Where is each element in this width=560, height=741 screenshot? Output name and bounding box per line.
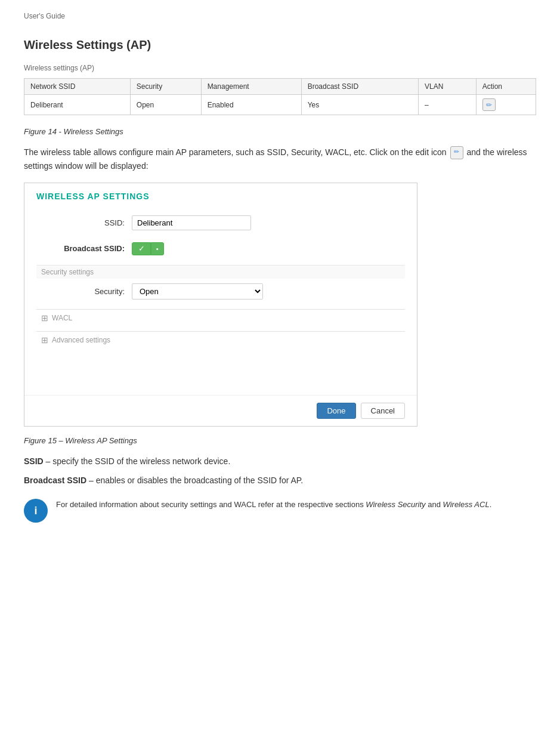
broadcast-ssid-description: Broadcast SSID – enables or disables the… bbox=[24, 474, 536, 487]
broadcast-ssid-desc-text: enables or disables the broadcasting of … bbox=[96, 476, 304, 485]
body-text-1a: The wireless table allows configure main… bbox=[24, 147, 449, 157]
wireless-security-link[interactable]: Wireless Security bbox=[366, 500, 425, 509]
cell-management: Enabled bbox=[201, 95, 301, 115]
wacl-section[interactable]: ⊞ WACL bbox=[36, 309, 405, 326]
col-vlan: VLAN bbox=[419, 79, 477, 95]
dialog-footer: Done Cancel bbox=[24, 395, 417, 426]
inline-edit-icon: ✏ bbox=[450, 146, 463, 159]
col-management: Management bbox=[201, 79, 301, 95]
users-guide-label: User's Guide bbox=[24, 12, 536, 20]
dialog-header: WIRELESS AP SETTINGS bbox=[24, 183, 417, 207]
page-title: Wireless Settings (AP) bbox=[24, 38, 536, 52]
wireless-settings-table: Network SSID Security Management Broadca… bbox=[24, 78, 536, 115]
info-note: i For detailed information about securit… bbox=[24, 499, 536, 523]
security-label: Security: bbox=[36, 287, 132, 296]
figure14-caption: Figure 14 - Wireless Settings bbox=[24, 127, 536, 136]
info-text-before: For detailed information about security … bbox=[56, 500, 366, 509]
cell-action[interactable]: ✏ bbox=[476, 95, 536, 115]
cell-security: Open bbox=[130, 95, 201, 115]
info-note-text: For detailed information about security … bbox=[56, 499, 491, 511]
table-row: Deliberant Open Enabled Yes – ✏ bbox=[24, 95, 536, 115]
col-action: Action bbox=[476, 79, 536, 95]
wacl-expand-icon: ⊞ bbox=[41, 313, 48, 323]
ssid-label: SSID: bbox=[36, 218, 132, 227]
ssid-desc-label: SSID bbox=[24, 456, 44, 466]
col-broadcast-ssid: Broadcast SSID bbox=[301, 79, 418, 95]
cell-network-ssid: Deliberant bbox=[24, 95, 131, 115]
security-settings-section: Security settings bbox=[36, 265, 405, 279]
info-text-and: and bbox=[426, 500, 443, 509]
ssid-row: SSID: bbox=[36, 213, 405, 233]
section-label: Wireless settings (AP) bbox=[24, 64, 536, 72]
info-icon: i bbox=[24, 499, 48, 523]
ssid-desc-dash: – bbox=[46, 456, 53, 466]
dialog-spacer bbox=[36, 353, 405, 389]
ssid-desc-text: specify the SSID of the wireless network… bbox=[52, 456, 230, 466]
info-text-after: . bbox=[490, 500, 492, 509]
dialog-body: SSID: Broadcast SSID: ✓ ▪ Security setti… bbox=[24, 207, 417, 395]
cell-broadcast-ssid: Yes bbox=[301, 95, 418, 115]
broadcast-ssid-desc-dash: – bbox=[89, 476, 96, 485]
ssid-input[interactable] bbox=[132, 215, 251, 230]
ssid-description: SSID – specify the SSID of the wireless … bbox=[24, 455, 536, 468]
advanced-label: Advanced settings bbox=[52, 336, 110, 344]
broadcast-ssid-label: Broadcast SSID: bbox=[36, 244, 132, 253]
broadcast-ssid-desc-label: Broadcast SSID bbox=[24, 476, 86, 485]
col-security: Security bbox=[130, 79, 201, 95]
toggle-check-icon[interactable]: ✓ bbox=[132, 242, 151, 255]
col-network-ssid: Network SSID bbox=[24, 79, 131, 95]
advanced-expand-icon: ⊞ bbox=[41, 335, 48, 345]
cancel-button[interactable]: Cancel bbox=[361, 403, 405, 419]
security-select[interactable]: Open bbox=[132, 283, 263, 300]
toggle-rect-icon[interactable]: ▪ bbox=[151, 242, 164, 255]
pencil-icon: ✏ bbox=[486, 101, 492, 109]
cell-vlan: – bbox=[419, 95, 477, 115]
wacl-label: WACL bbox=[52, 314, 72, 322]
table-header-row: Network SSID Security Management Broadca… bbox=[24, 79, 536, 95]
figure15-caption: Figure 15 – Wireless AP Settings bbox=[24, 436, 536, 445]
broadcast-ssid-row: Broadcast SSID: ✓ ▪ bbox=[36, 240, 405, 258]
wireless-ap-settings-dialog: WIRELESS AP SETTINGS SSID: Broadcast SSI… bbox=[24, 183, 417, 427]
broadcast-ssid-toggle[interactable]: ✓ ▪ bbox=[132, 242, 164, 255]
security-row: Security: Open bbox=[36, 281, 405, 302]
dialog-title: WIRELESS AP SETTINGS bbox=[36, 192, 150, 201]
body-paragraph-1: The wireless table allows configure main… bbox=[24, 146, 536, 173]
edit-button[interactable]: ✏ bbox=[482, 98, 496, 111]
done-button[interactable]: Done bbox=[317, 403, 355, 419]
wireless-acl-link[interactable]: Wireless ACL bbox=[443, 500, 490, 509]
advanced-settings-section[interactable]: ⊞ Advanced settings bbox=[36, 331, 405, 348]
